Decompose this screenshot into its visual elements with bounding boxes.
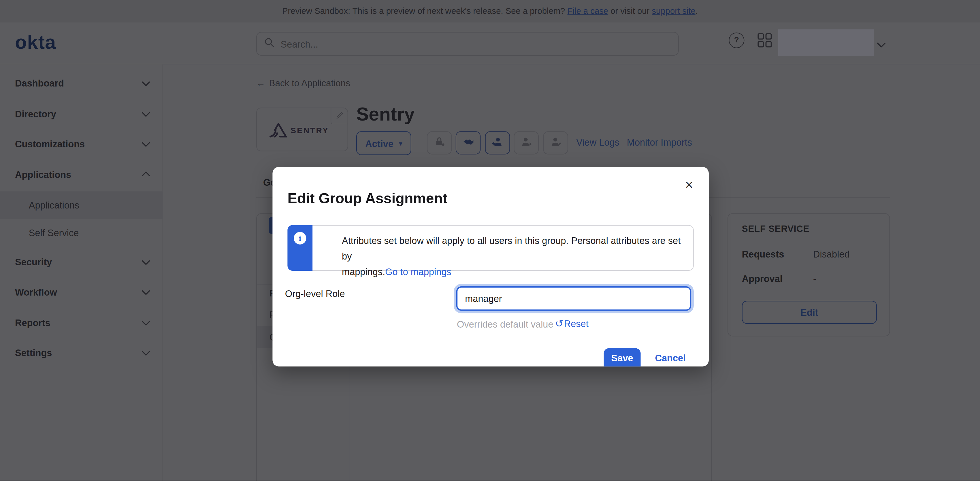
info-callout-bar: i [287,225,312,271]
go-to-mappings-link[interactable]: Go to mappings [385,266,451,277]
edit-group-assignment-modal: × Edit Group Assignment i Attributes set… [272,167,709,366]
modal-title: Edit Group Assignment [287,190,447,207]
info-callout-text: Attributes set below will apply to all u… [342,233,689,280]
close-icon[interactable]: × [685,178,693,192]
org-level-role-label: Org-level Role [285,288,345,299]
reset-link[interactable]: ↺Reset [555,318,589,330]
info-callout: i Attributes set below will apply to all… [287,225,694,271]
reset-icon: ↺ [555,319,563,329]
info-icon: i [294,232,306,244]
okta-admin-console: Preview Sandbox: This is a preview of ne… [0,0,980,481]
overrides-helper-text: Overrides default value [457,319,553,330]
cancel-button[interactable]: Cancel [655,353,686,363]
org-name-redacted-box[interactable] [778,29,874,56]
org-level-role-input[interactable] [456,286,691,311]
save-button[interactable]: Save [604,348,641,366]
